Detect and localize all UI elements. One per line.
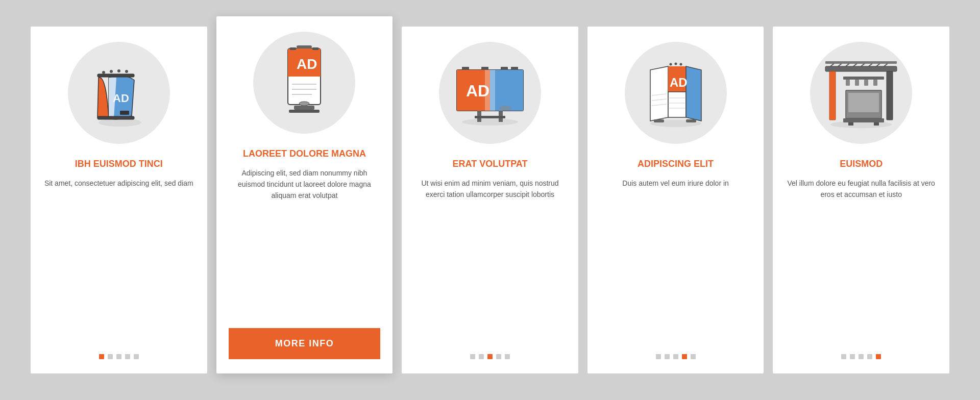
dot-5-3	[859, 354, 864, 359]
card-4-icon-circle: AD	[625, 42, 727, 144]
svg-rect-64	[843, 118, 884, 122]
ad-billboard-icon: AD	[452, 60, 528, 126]
card-3-title: ERAT VOLUTPAT	[452, 158, 527, 170]
svg-rect-68	[846, 80, 850, 86]
svg-point-3	[110, 70, 113, 73]
card-5: EUISMOD Vel illum dolore eu feugiat null…	[773, 27, 949, 373]
dot-1-4	[125, 354, 130, 359]
svg-rect-60	[829, 71, 836, 120]
svg-text:AD: AD	[113, 92, 129, 105]
cards-container: AD IBH EUISMOD TINCI Sit amet, consectet…	[31, 27, 949, 373]
svg-rect-1	[97, 74, 134, 77]
card-3-desc: Ut wisi enim ad minim veniam, quis nostr…	[414, 178, 566, 338]
more-info-button[interactable]: MORE INFO	[229, 328, 381, 359]
svg-rect-30	[511, 67, 518, 70]
card-3-footer	[414, 350, 566, 359]
card-3-icon-circle: AD	[439, 42, 541, 144]
svg-rect-8	[120, 111, 129, 115]
svg-rect-71	[873, 80, 877, 86]
card-4-dots	[656, 354, 696, 359]
svg-point-39	[674, 63, 677, 65]
dot-4-3	[673, 354, 678, 359]
svg-point-40	[679, 63, 682, 66]
svg-rect-19	[290, 47, 296, 50]
svg-rect-70	[864, 80, 868, 86]
ad-truss-stage-icon	[820, 57, 902, 129]
card-3-dots	[470, 354, 510, 359]
svg-rect-36	[651, 72, 667, 93]
card-2-footer: MORE INFO	[229, 328, 381, 359]
dot-5-5	[876, 354, 881, 359]
card-4-title: ADIPISCING ELIT	[638, 158, 714, 170]
dot-3-1	[470, 354, 475, 359]
card-1-desc: Sit amet, consectetuer adipiscing elit, …	[44, 178, 193, 338]
svg-rect-34	[475, 116, 505, 118]
svg-rect-67	[843, 77, 884, 80]
svg-rect-59	[825, 61, 897, 64]
svg-rect-50	[825, 66, 897, 71]
card-4: AD ADIPISCING ELIT Duis autem vel eum ir…	[587, 27, 764, 373]
svg-rect-65	[848, 122, 853, 126]
dot-1-2	[108, 354, 113, 359]
card-3: AD ERAT VOLUTPAT Ut wisi enim ad minim v…	[402, 27, 578, 373]
card-2-desc: Adipiscing elit, sed diam nonummy nibh e…	[229, 168, 381, 316]
svg-rect-29	[501, 67, 508, 70]
svg-rect-27	[462, 67, 469, 70]
svg-rect-47	[654, 119, 664, 122]
card-5-desc: Vel illum dolore eu feugiat nulla facili…	[785, 178, 937, 338]
card-1: AD IBH EUISMOD TINCI Sit amet, consectet…	[31, 27, 207, 373]
svg-rect-20	[312, 47, 318, 50]
dot-4-1	[656, 354, 661, 359]
card-1-title: IBH EUISMOD TINCI	[75, 158, 163, 170]
svg-rect-63	[848, 93, 879, 112]
svg-rect-7	[97, 116, 134, 119]
svg-text:AD: AD	[466, 82, 489, 100]
dot-3-2	[479, 354, 484, 359]
dot-4-5	[691, 354, 696, 359]
card-5-footer	[785, 350, 937, 359]
card-1-dots	[99, 354, 139, 359]
dot-1-3	[116, 354, 121, 359]
dot-3-3	[487, 354, 493, 359]
card-4-desc: Duis autem vel eum iriure dolor in	[622, 178, 729, 338]
ad-roll-banner-icon: AD	[279, 44, 330, 121]
dot-1-5	[134, 354, 139, 359]
dot-5-2	[850, 354, 855, 359]
svg-rect-28	[481, 67, 488, 70]
svg-point-4	[117, 69, 120, 72]
svg-point-22	[462, 118, 518, 126]
svg-rect-17	[294, 106, 314, 110]
dot-3-5	[505, 354, 510, 359]
svg-rect-18	[289, 110, 320, 113]
card-5-title: EUISMOD	[840, 158, 883, 170]
card-2: AD LAOREET DOLORE MAGNA Adipiscing elit,…	[216, 16, 393, 373]
svg-rect-48	[686, 119, 696, 122]
card-4-footer	[600, 350, 752, 359]
dot-5-1	[841, 354, 846, 359]
card-1-icon-circle: AD	[68, 42, 170, 144]
dot-1-1	[99, 354, 104, 359]
card-5-dots	[841, 354, 881, 359]
dot-4-4	[682, 354, 687, 359]
card-5-icon-circle	[810, 42, 912, 144]
svg-point-5	[125, 70, 128, 73]
ad-display-stand-icon: AD	[638, 57, 714, 129]
svg-text:AD: AD	[297, 56, 317, 72]
dot-5-4	[867, 354, 872, 359]
ad-banner-curved-icon: AD	[83, 57, 155, 129]
svg-text:AD: AD	[670, 76, 688, 89]
svg-point-31	[499, 106, 511, 111]
dot-4-2	[665, 354, 670, 359]
svg-rect-21	[297, 45, 312, 48]
svg-point-16	[299, 102, 309, 106]
svg-point-2	[102, 71, 105, 74]
card-1-footer	[43, 350, 195, 359]
svg-point-38	[669, 63, 672, 66]
svg-rect-69	[855, 80, 859, 86]
card-2-icon-circle: AD	[253, 32, 355, 134]
svg-rect-61	[887, 71, 893, 120]
dot-3-4	[496, 354, 501, 359]
svg-rect-66	[874, 122, 879, 126]
card-2-title: LAOREET DOLORE MAGNA	[243, 148, 366, 160]
